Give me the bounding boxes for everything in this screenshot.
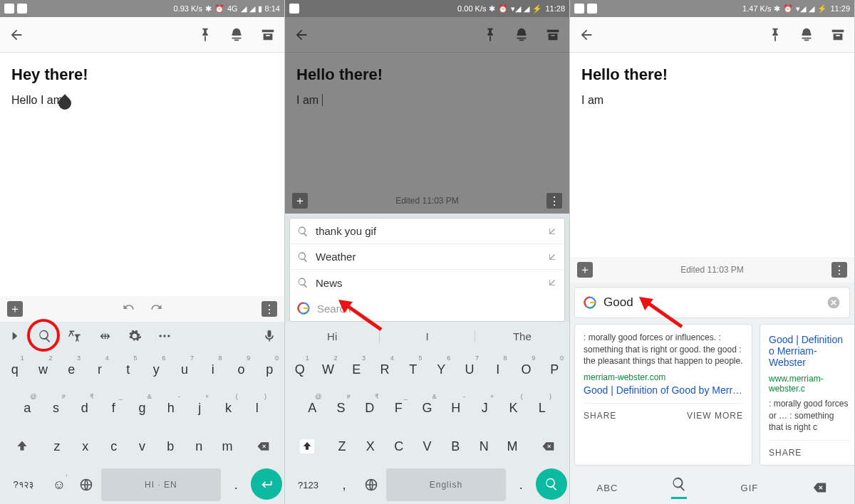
backspace-key[interactable]: [812, 480, 827, 495]
redo-icon[interactable]: [149, 302, 163, 316]
note-editor[interactable]: Hey there! Hello I am: [0, 53, 284, 296]
gboard-search-input[interactable]: Good: [574, 287, 850, 318]
note-editor[interactable]: Hello there! I am: [570, 53, 854, 257]
reminder-icon[interactable]: [229, 27, 244, 43]
language-key[interactable]: [359, 468, 383, 501]
key-j[interactable]: j+: [187, 392, 212, 424]
reminder-icon[interactable]: [514, 27, 529, 43]
spacebar-key[interactable]: HI · EN: [101, 468, 222, 501]
key-v[interactable]: V: [415, 430, 440, 463]
key-p[interactable]: p0: [256, 353, 282, 386]
key-z[interactable]: Z: [329, 430, 355, 463]
note-title[interactable]: Hello there!: [581, 65, 843, 84]
note-body[interactable]: I am: [581, 93, 843, 108]
add-button[interactable]: ＋: [7, 301, 23, 317]
view-more-button[interactable]: VIEW MORE: [687, 411, 743, 421]
key-i[interactable]: i8: [200, 353, 226, 386]
enter-key[interactable]: [251, 468, 282, 500]
result-card[interactable]: : morally good forces or influences. : s…: [574, 324, 752, 466]
key-q[interactable]: q1: [2, 353, 28, 386]
key-r[interactable]: R4: [372, 353, 398, 386]
key-u[interactable]: U7: [457, 353, 482, 386]
archive-icon[interactable]: [260, 27, 276, 43]
more-icon[interactable]: [150, 329, 180, 343]
backspace-key[interactable]: [528, 430, 567, 463]
translate-icon[interactable]: [60, 329, 90, 343]
backspace-key[interactable]: [243, 430, 282, 463]
archive-icon[interactable]: [545, 27, 561, 43]
note-editor[interactable]: Hello there! I am: [285, 53, 569, 188]
key-c[interactable]: c: [101, 430, 127, 463]
key-o[interactable]: o9: [229, 353, 254, 386]
key-s[interactable]: S#: [328, 392, 353, 424]
search-suggestion[interactable]: News: [290, 270, 564, 295]
key-m[interactable]: m: [214, 430, 240, 463]
key-w[interactable]: w2: [31, 353, 56, 386]
add-button[interactable]: ＋: [577, 262, 593, 278]
key-c[interactable]: C: [386, 430, 412, 463]
spacebar-key[interactable]: English: [386, 468, 507, 501]
key-a[interactable]: a@: [14, 392, 40, 424]
search-icon[interactable]: [30, 329, 60, 343]
key-g[interactable]: G&: [414, 392, 440, 424]
key-r[interactable]: r4: [87, 353, 113, 386]
comma-key[interactable]: ,: [332, 468, 356, 501]
key-x[interactable]: x: [73, 430, 98, 463]
note-body[interactable]: Hello I am: [11, 93, 273, 108]
key-i[interactable]: I8: [485, 353, 511, 386]
settings-icon[interactable]: [120, 329, 150, 343]
abc-tab[interactable]: ABC: [597, 483, 618, 493]
key-n[interactable]: n: [186, 430, 212, 463]
key-v[interactable]: v: [130, 430, 155, 463]
key-n[interactable]: N: [471, 430, 497, 463]
share-button[interactable]: SHARE: [769, 448, 802, 458]
key-h[interactable]: H-: [443, 392, 469, 424]
key-d[interactable]: D₹: [357, 392, 383, 424]
key-a[interactable]: A@: [299, 392, 325, 424]
key-b[interactable]: B: [442, 430, 468, 463]
key-k[interactable]: K(: [500, 392, 526, 424]
back-icon[interactable]: [9, 27, 24, 43]
emoji-key[interactable]: ☺,: [47, 468, 71, 501]
key-s[interactable]: s#: [43, 392, 68, 424]
note-title[interactable]: Hey there!: [11, 65, 273, 84]
key-u[interactable]: u7: [172, 353, 197, 386]
symbols-key[interactable]: ?123: [287, 468, 329, 501]
shift-key[interactable]: [287, 430, 326, 463]
key-y[interactable]: Y6: [429, 353, 455, 386]
key-e[interactable]: E3: [343, 353, 369, 386]
key-x[interactable]: X: [358, 430, 383, 463]
key-p[interactable]: P0: [542, 353, 567, 386]
more-menu-button[interactable]: ⋮: [831, 262, 847, 278]
key-d[interactable]: d₹: [72, 392, 98, 424]
period-key[interactable]: .: [509, 468, 533, 501]
reminder-icon[interactable]: [799, 27, 814, 43]
search-tab[interactable]: [671, 476, 687, 499]
share-button[interactable]: SHARE: [584, 411, 616, 421]
key-z[interactable]: z: [44, 430, 70, 463]
suggestion-word[interactable]: The: [475, 330, 569, 342]
key-k[interactable]: k(: [215, 392, 241, 424]
symbols-key[interactable]: ?१२३: [2, 468, 44, 501]
key-h[interactable]: h-: [158, 392, 184, 424]
search-key[interactable]: [536, 468, 567, 500]
key-l[interactable]: L): [529, 392, 555, 424]
suggestion-word[interactable]: Hi: [285, 330, 380, 342]
add-button[interactable]: ＋: [292, 193, 308, 209]
language-key[interactable]: [74, 468, 98, 501]
key-j[interactable]: J+: [472, 392, 497, 424]
pin-icon[interactable]: [482, 27, 498, 43]
clear-icon[interactable]: [826, 295, 841, 310]
search-suggestion[interactable]: Weather: [290, 244, 564, 270]
key-e[interactable]: e3: [58, 353, 84, 386]
suggestion-word[interactable]: I: [380, 330, 475, 342]
more-menu-button[interactable]: ⋮: [261, 301, 277, 317]
key-f[interactable]: F_: [385, 392, 411, 424]
archive-icon[interactable]: [830, 27, 846, 43]
key-b[interactable]: b: [157, 430, 183, 463]
undo-icon[interactable]: [122, 302, 136, 316]
search-input-row[interactable]: Search: [290, 295, 564, 321]
note-body[interactable]: I am: [296, 93, 558, 108]
pin-icon[interactable]: [197, 27, 213, 43]
mic-icon[interactable]: [254, 329, 284, 343]
